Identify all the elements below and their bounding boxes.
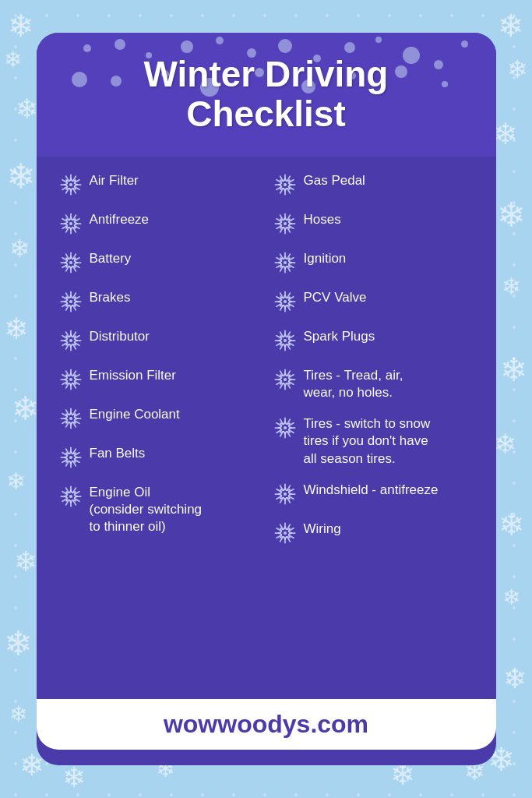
checklist-item-battery: Battery bbox=[60, 250, 259, 275]
svg-point-202 bbox=[69, 417, 72, 420]
snowflake-star-icon bbox=[60, 408, 83, 431]
main-card: Winter Driving Checklist bbox=[37, 33, 496, 765]
svg-point-144 bbox=[69, 339, 72, 342]
item-label-fan-belts: Fan Belts bbox=[90, 445, 146, 462]
checklist-item-air-filter: Air Filter bbox=[60, 172, 259, 197]
checklist-item-antifreeze: Antifreeze bbox=[60, 211, 259, 236]
svg-point-86 bbox=[69, 261, 72, 264]
svg-point-115 bbox=[69, 300, 72, 303]
snowflake-star-icon bbox=[274, 213, 298, 236]
checklist-item-ignition: Ignition bbox=[274, 250, 473, 275]
page-title: Winter Driving Checklist bbox=[60, 55, 473, 133]
snowflake-star-icon bbox=[274, 330, 298, 353]
item-label-pcv-valve: PCV Valve bbox=[304, 289, 367, 306]
item-label-hoses: Hoses bbox=[304, 211, 341, 228]
item-label-engine-coolant: Engine Coolant bbox=[90, 406, 180, 423]
snowflake-star-icon bbox=[274, 522, 298, 546]
item-label-wiring: Wiring bbox=[304, 521, 341, 538]
checklist-item-brakes: Brakes bbox=[60, 289, 259, 314]
snowflake-star-icon bbox=[60, 174, 83, 197]
checklist-item-hoses: Hoses bbox=[274, 211, 473, 236]
snowflake-star-icon bbox=[274, 174, 298, 197]
item-label-distributor: Distributor bbox=[90, 328, 150, 345]
item-label-ignition: Ignition bbox=[304, 250, 347, 267]
svg-point-492 bbox=[283, 493, 286, 496]
snowflake-star-icon bbox=[60, 447, 83, 470]
svg-point-434 bbox=[283, 378, 286, 381]
item-label-engine-oil: Engine Oil (consider switching to thinne… bbox=[90, 484, 203, 535]
item-label-brakes: Brakes bbox=[90, 289, 131, 306]
snowflake-star-icon bbox=[60, 330, 83, 353]
svg-point-173 bbox=[69, 378, 72, 381]
snowflake-star-icon bbox=[274, 417, 298, 440]
svg-point-318 bbox=[283, 222, 286, 225]
checklist-item-emission-filter: Emission Filter bbox=[60, 367, 259, 392]
svg-point-289 bbox=[283, 183, 286, 186]
snowflake-star-icon bbox=[60, 369, 83, 392]
left-column: Air Filter bbox=[60, 172, 266, 559]
header: Winter Driving Checklist bbox=[37, 33, 496, 157]
snowflake-star-icon bbox=[274, 291, 298, 314]
snowflake-star-icon bbox=[60, 486, 83, 509]
website-url: wowwoodys.com bbox=[164, 710, 368, 738]
checklist-item-tires-snow: Tires - switch to snow tires if you don'… bbox=[274, 415, 473, 467]
svg-point-521 bbox=[283, 531, 286, 535]
item-label-air-filter: Air Filter bbox=[90, 172, 139, 189]
svg-point-260 bbox=[69, 495, 72, 498]
item-label-emission-filter: Emission Filter bbox=[90, 367, 176, 384]
item-label-windshield: Windshield - antifreeze bbox=[304, 482, 439, 499]
checklist-item-pcv-valve: PCV Valve bbox=[274, 289, 473, 314]
checklist-item-wiring: Wiring bbox=[274, 521, 473, 546]
svg-point-231 bbox=[69, 456, 72, 459]
snowflake-star-icon bbox=[60, 252, 83, 275]
checklist-item-spark-plugs: Spark Plugs bbox=[274, 328, 473, 353]
checklist-item-engine-coolant: Engine Coolant bbox=[60, 406, 259, 431]
item-label-battery: Battery bbox=[90, 250, 132, 267]
snowflake-star-icon bbox=[60, 291, 83, 314]
snowflake-star-icon bbox=[60, 213, 83, 236]
item-label-gas-pedal: Gas Pedal bbox=[304, 172, 365, 189]
checklist-item-engine-oil: Engine Oil (consider switching to thinne… bbox=[60, 484, 259, 535]
svg-point-376 bbox=[283, 300, 286, 303]
item-label-tires-snow: Tires - switch to snow tires if you don'… bbox=[304, 415, 431, 467]
item-label-spark-plugs: Spark Plugs bbox=[304, 328, 375, 345]
snowflake-star-icon bbox=[274, 369, 298, 392]
svg-point-57 bbox=[69, 222, 72, 225]
item-label-tires-tread: Tires - Tread, air, wear, no holes. bbox=[304, 367, 403, 401]
snowflake-star-icon bbox=[274, 483, 298, 507]
checklist-item-fan-belts: Fan Belts bbox=[60, 445, 259, 470]
footer: wowwoodys.com bbox=[37, 699, 496, 750]
svg-point-463 bbox=[283, 426, 286, 429]
checklist-item-windshield: Windshield - antifreeze bbox=[274, 482, 473, 507]
item-label-antifreeze: Antifreeze bbox=[90, 211, 150, 228]
right-column: Gas Pedal bbox=[266, 172, 473, 559]
checklist-item-tires-tread: Tires - Tread, air, wear, no holes. bbox=[274, 367, 473, 401]
svg-point-405 bbox=[283, 339, 286, 342]
checklist-item-distributor: Distributor bbox=[60, 328, 259, 353]
checklist-body: Air Filter bbox=[37, 157, 496, 567]
svg-point-347 bbox=[283, 261, 286, 264]
snowflake-star-icon bbox=[274, 252, 298, 275]
checklist-item-gas-pedal: Gas Pedal bbox=[274, 172, 473, 197]
svg-point-28 bbox=[69, 183, 72, 186]
